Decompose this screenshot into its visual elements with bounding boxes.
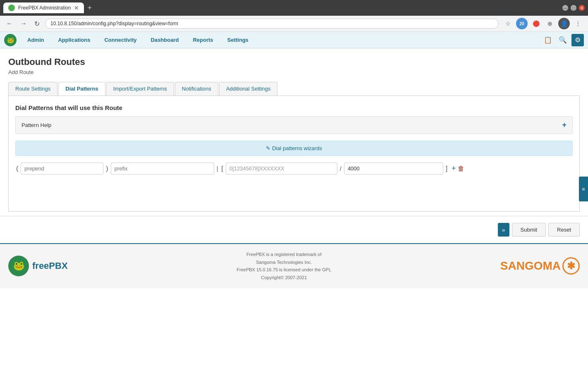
toolbar-icons: ☆ 20 🔴 ⊕ 👤 ⋮: [502, 18, 584, 29]
submit-button[interactable]: Submit: [512, 223, 546, 237]
window-maximize-button[interactable]: □: [571, 5, 576, 11]
match-open-bracket: [: [220, 165, 224, 172]
sidebar-toggle[interactable]: ≡: [579, 177, 588, 201]
section-title: Dial Patterns that will use this Route: [15, 104, 573, 111]
tab-close-button[interactable]: ✕: [74, 5, 79, 11]
nav-item-reports[interactable]: Reports: [186, 33, 220, 46]
back-button[interactable]: ←: [4, 19, 15, 28]
pattern-help-bar[interactable]: Pattern Help +: [15, 116, 573, 134]
profile-avatar[interactable]: 👤: [558, 18, 570, 29]
footer-logo: 🐸 freePBX: [8, 256, 68, 276]
footer-logo-text: freePBX: [32, 261, 68, 271]
bookmark-icon[interactable]: ☆: [502, 18, 514, 29]
refresh-button[interactable]: ↻: [32, 19, 42, 29]
footer-info-line2: Sangoma Technologies Inc.: [237, 258, 331, 266]
page-subtitle: Add Route: [8, 69, 580, 75]
footer-logo-icon: 🐸: [8, 256, 29, 276]
sangoma-asterisk-icon: ✱: [562, 257, 580, 275]
row-actions: + 🗑: [452, 164, 464, 173]
browser-tab[interactable]: FreePBX Administration ✕: [3, 2, 84, 13]
browser-chrome: FreePBX Administration ✕ + — □ ✕: [0, 0, 588, 16]
nav-item-admin[interactable]: Admin: [21, 33, 50, 46]
page-footer: 🐸 freePBX FreePBX is a registered tradem…: [0, 243, 588, 288]
nav-item-connectivity[interactable]: Connectivity: [98, 33, 143, 46]
prepend-close-bracket: ): [105, 165, 109, 172]
tab-content: Dial Patterns that will use this Route P…: [8, 96, 580, 212]
tab-title: FreePBX Administration: [18, 5, 71, 11]
nav-notifications-icon[interactable]: 📋: [542, 34, 554, 46]
extension-badge[interactable]: 20: [516, 18, 528, 29]
match-input[interactable]: [226, 163, 337, 175]
tab-import-export[interactable]: Import/Export Patterns: [106, 82, 174, 96]
extensions-icon[interactable]: ⊕: [544, 18, 556, 29]
footer-info-line1: FreePBX is a registered trademark of: [237, 251, 331, 258]
nav-item-settings[interactable]: Settings: [221, 33, 255, 46]
nav-right-icons: 📋 🔍 ⚙: [542, 34, 584, 46]
address-bar-row: ← → ↻ ☆ 20 🔴 ⊕ 👤 ⋮: [0, 16, 588, 32]
match-separator: /: [339, 165, 342, 172]
nav-item-applications[interactable]: Applications: [51, 33, 97, 46]
reset-button[interactable]: Reset: [548, 223, 580, 237]
new-tab-button[interactable]: +: [87, 4, 92, 12]
footer-info-line4: Copyright© 2007-2021: [237, 274, 331, 282]
tabs-container: Route Settings Dial Patterns Import/Expo…: [8, 82, 580, 96]
callerid-input[interactable]: [344, 163, 443, 175]
page-title: Outbound Routes: [8, 57, 580, 67]
menu-icon[interactable]: ⋮: [572, 18, 584, 29]
pattern-help-expand-icon: +: [562, 121, 566, 129]
address-input[interactable]: [45, 19, 499, 29]
tab-notifications[interactable]: Notifications: [175, 82, 218, 96]
nav-menu: Admin Applications Connectivity Dashboar…: [21, 33, 542, 46]
page-content: Outbound Routes Add Route Route Settings…: [0, 48, 588, 216]
tab-route-settings[interactable]: Route Settings: [8, 82, 57, 96]
nav-settings-icon[interactable]: ⚙: [571, 34, 584, 46]
pattern-help-label: Pattern Help: [22, 122, 51, 128]
sangoma-text: SANGOMA: [500, 259, 561, 273]
prepend-open-bracket: (: [15, 165, 19, 172]
shield-icon[interactable]: 🔴: [530, 18, 542, 29]
expand-button[interactable]: »: [498, 223, 509, 237]
dial-pattern-row: ( ) | [ / ] + 🗑: [15, 163, 573, 175]
callerid-close-bracket: ]: [445, 165, 448, 172]
wizard-label: ✎ Dial patterns wizards: [266, 145, 322, 151]
footer-action-bar: » Submit Reset: [0, 216, 588, 243]
add-row-button[interactable]: +: [452, 164, 456, 173]
tab-dial-patterns[interactable]: Dial Patterns: [58, 82, 105, 96]
footer-info-line3: FreePBX 15.0.16.75 is licensed under the…: [237, 266, 331, 274]
tab-favicon: [8, 5, 15, 11]
freepbx-logo: 🐸: [4, 34, 17, 46]
forward-button[interactable]: →: [18, 19, 29, 28]
nav-search-icon[interactable]: 🔍: [557, 34, 569, 46]
window-close-button[interactable]: ✕: [579, 5, 585, 11]
delete-row-button[interactable]: 🗑: [458, 164, 464, 173]
sangoma-logo: SANGOMA ✱: [500, 257, 580, 275]
nav-item-dashboard[interactable]: Dashboard: [144, 33, 185, 46]
tab-additional-settings[interactable]: Additional Settings: [219, 82, 278, 96]
prefix-separator: |: [216, 165, 219, 172]
prefix-input[interactable]: [111, 163, 214, 175]
footer-info: FreePBX is a registered trademark of San…: [237, 251, 331, 282]
window-minimize-button[interactable]: —: [562, 5, 568, 11]
prepend-input[interactable]: [21, 163, 103, 175]
freepbx-navbar: 🐸 Admin Applications Connectivity Dashbo…: [0, 32, 588, 48]
wizard-bar[interactable]: ✎ Dial patterns wizards: [15, 141, 573, 156]
